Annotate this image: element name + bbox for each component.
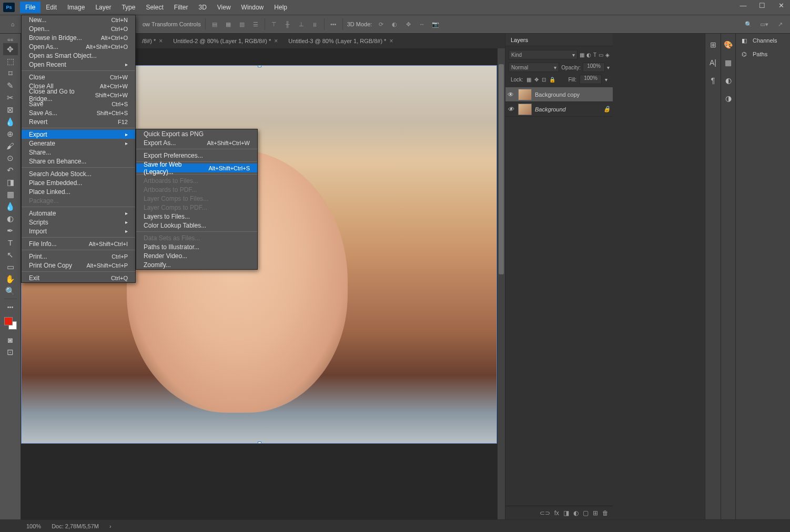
- paragraph-icon[interactable]: ¶: [707, 75, 719, 86]
- quick-select-tool[interactable]: ✎: [3, 79, 18, 91]
- layer-mask-icon[interactable]: ◨: [563, 509, 569, 517]
- menu-item-print-one-copy[interactable]: Print One CopyAlt+Shift+Ctrl+P: [22, 261, 135, 270]
- menu-item-scripts[interactable]: Scripts▸: [22, 218, 135, 227]
- 3d-roll-icon[interactable]: ◐: [390, 19, 399, 29]
- gradient-tool[interactable]: ▦: [3, 188, 18, 200]
- menu-file[interactable]: File: [20, 2, 40, 13]
- menu-item-file-info[interactable]: File Info...Alt+Shift+Ctrl+I: [22, 239, 135, 248]
- link-layers-icon[interactable]: ⊂⊃: [540, 509, 550, 517]
- align-horizontal-centers-icon[interactable]: ▦: [224, 19, 233, 29]
- clone-tool[interactable]: ⊙: [3, 152, 18, 164]
- menu-edit[interactable]: Edit: [40, 2, 62, 13]
- vertical-scrollbar[interactable]: [498, 48, 505, 519]
- character-icon[interactable]: A|: [707, 57, 719, 68]
- crop-tool[interactable]: ✂: [3, 91, 18, 104]
- align-top-edges-icon[interactable]: ⊤: [269, 19, 279, 29]
- menu-item-save-as[interactable]: Save As...Shift+Ctrl+S: [22, 108, 135, 117]
- document-tab[interactable]: Untitled-3 @ 80% (Layer 1, RGB/8#) *×: [283, 34, 398, 48]
- more-options-icon[interactable]: •••: [329, 19, 338, 29]
- menu-item-search-adobe-stock[interactable]: Search Adobe Stock...: [22, 169, 135, 178]
- screen-mode-icon[interactable]: ⊡: [3, 346, 18, 358]
- blend-mode-select[interactable]: Normal▾: [509, 63, 559, 72]
- tab-handle-icon[interactable]: ««: [3, 36, 18, 43]
- marquee-tool[interactable]: ⬚: [3, 55, 18, 67]
- adjustments-icon[interactable]: ◐: [723, 75, 734, 86]
- transform-handle[interactable]: [258, 65, 261, 67]
- dodge-tool[interactable]: ◐: [3, 212, 18, 224]
- menu-item-place-embedded[interactable]: Place Embedded...: [22, 178, 135, 187]
- menu-item-export[interactable]: Export▸: [22, 130, 135, 139]
- menu-window[interactable]: Window: [236, 2, 269, 13]
- blur-tool[interactable]: 💧: [3, 200, 18, 212]
- close-button[interactable]: ✕: [777, 2, 785, 9]
- menu-layer[interactable]: Layer: [90, 2, 116, 13]
- menu-item-open-recent[interactable]: Open Recent▸: [22, 60, 135, 69]
- layer-style-icon[interactable]: fx: [554, 509, 559, 517]
- pen-tool[interactable]: ✒: [3, 224, 18, 237]
- menu-help[interactable]: Help: [269, 2, 292, 13]
- menu-filter[interactable]: Filter: [169, 2, 194, 13]
- lasso-tool[interactable]: ⌑: [3, 67, 18, 79]
- menu-item-import[interactable]: Import▸: [22, 227, 135, 236]
- distribute-icon[interactable]: ⫼: [310, 19, 320, 29]
- close-tab-icon[interactable]: ×: [274, 37, 278, 45]
- menu-item-zoomify[interactable]: Zoomify...: [136, 260, 257, 269]
- brush-tool[interactable]: 🖌: [3, 140, 18, 152]
- edit-toolbar-icon[interactable]: •••: [3, 301, 18, 313]
- menu-type[interactable]: Type: [116, 2, 140, 13]
- menu-item-export-preferences[interactable]: Export Preferences...: [136, 151, 257, 160]
- eraser-tool[interactable]: ◨: [3, 176, 18, 188]
- adjustment-layer-icon[interactable]: ◐: [573, 509, 579, 517]
- layer-thumbnail[interactable]: [518, 104, 532, 115]
- 3d-orbit-icon[interactable]: ⟳: [376, 19, 386, 29]
- shape-filter-icon[interactable]: ▭: [599, 52, 603, 58]
- minimize-button[interactable]: —: [740, 2, 747, 9]
- frame-tool[interactable]: ⊠: [3, 104, 18, 116]
- opacity-input[interactable]: 100%: [583, 63, 605, 72]
- menu-item-save-for-web-legacy[interactable]: Save for Web (Legacy)...Alt+Shift+Ctrl+S: [136, 163, 257, 172]
- align-left-edges-icon[interactable]: ▤: [210, 19, 219, 29]
- channels-tab[interactable]: ◧ Channels: [736, 34, 790, 47]
- properties-icon[interactable]: ⊞: [707, 39, 719, 50]
- align-icon[interactable]: ☰: [251, 19, 260, 29]
- lock-artboard-icon[interactable]: ⊡: [542, 77, 546, 83]
- layer-name[interactable]: Background copy: [535, 91, 580, 98]
- menu-item-open[interactable]: Open...Ctrl+O: [22, 24, 135, 33]
- lock-all-icon[interactable]: 🔒: [549, 77, 555, 83]
- menu-3d[interactable]: 3D: [193, 2, 211, 13]
- chevron-right-icon[interactable]: ›: [109, 523, 112, 529]
- 3d-camera-icon[interactable]: 📷: [431, 19, 440, 29]
- share-icon[interactable]: ↗: [775, 19, 785, 29]
- document-tab[interactable]: /8#) *×: [137, 34, 168, 48]
- menu-item-open-as-smart-object[interactable]: Open as Smart Object...: [22, 51, 135, 60]
- group-icon[interactable]: ▢: [583, 509, 589, 517]
- menu-item-new[interactable]: New...Ctrl+N: [22, 15, 135, 24]
- delete-layer-icon[interactable]: 🗑: [602, 509, 609, 517]
- smart-filter-icon[interactable]: ◈: [605, 52, 610, 58]
- document-info[interactable]: Doc: 2,78M/5,57M: [52, 523, 99, 529]
- kind-filter[interactable]: Kind▾: [509, 50, 578, 59]
- paths-tab[interactable]: ⌬ Paths: [736, 47, 790, 61]
- fill-input[interactable]: 100%: [580, 75, 602, 84]
- transform-handle[interactable]: [258, 442, 261, 444]
- type-filter-icon[interactable]: T: [593, 52, 596, 58]
- menu-item-save[interactable]: SaveCtrl+S: [22, 99, 135, 108]
- menu-view[interactable]: View: [212, 2, 236, 13]
- home-button[interactable]: ⌂: [4, 17, 21, 32]
- new-layer-icon[interactable]: ⊞: [593, 509, 598, 517]
- menu-item-layers-to-files[interactable]: Layers to Files...: [136, 212, 257, 221]
- align-bottom-edges-icon[interactable]: ⊥: [297, 19, 306, 29]
- menu-item-automate[interactable]: Automate▸: [22, 209, 135, 218]
- menu-item-paths-to-illustrator[interactable]: Paths to Illustrator...: [136, 242, 257, 251]
- lock-position-icon[interactable]: ✥: [534, 77, 539, 83]
- align-vertical-centers-icon[interactable]: ╫: [283, 19, 292, 29]
- move-tool[interactable]: ✥: [3, 43, 18, 55]
- color-icon[interactable]: 🎨: [723, 39, 734, 50]
- visibility-icon[interactable]: 👁: [508, 106, 515, 113]
- layer-name[interactable]: Background: [535, 106, 566, 112]
- menu-item-color-lookup-tables[interactable]: Color Lookup Tables...: [136, 221, 257, 230]
- 3d-slide-icon[interactable]: ↔: [417, 19, 427, 29]
- menu-item-share[interactable]: Share...: [22, 148, 135, 157]
- menu-image[interactable]: Image: [62, 2, 90, 13]
- visibility-icon[interactable]: 👁: [508, 91, 515, 98]
